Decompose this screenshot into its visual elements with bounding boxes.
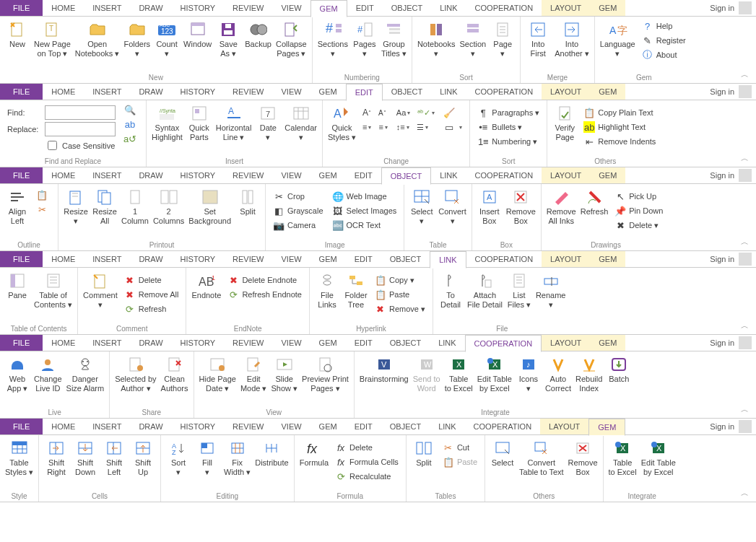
slide-show-button[interactable]: Slide Show ▾	[269, 354, 300, 394]
tab-draw[interactable]: DRAW	[130, 0, 171, 16]
fix-width-button[interactable]: Fix Width ▾	[222, 437, 253, 478]
tab-review[interactable]: REVIEW	[224, 0, 272, 16]
sort-bullets-button[interactable]: •≡Bullets ▾	[474, 120, 542, 134]
delete-endnote-button[interactable]: ✖Delete Endnote	[225, 273, 305, 287]
distribute-button[interactable]: Distribute	[253, 437, 290, 469]
delete-comment-button[interactable]: ✖Delete	[121, 273, 182, 287]
tab-object-sel[interactable]: OBJECT	[381, 167, 431, 185]
remove-all-comments-button[interactable]: ✖Remove All	[121, 287, 182, 302]
sign-in[interactable]: Sign in	[710, 4, 734, 12]
resize-button[interactable]: Resize ▾	[61, 186, 90, 227]
sort-paragraphs-button[interactable]: ¶Paragraphs ▾	[474, 105, 542, 120]
endnote-button[interactable]: AB1Endnote	[189, 270, 223, 302]
tab-view[interactable]: VIEW	[272, 0, 310, 16]
crop-button[interactable]: ✂Crop	[270, 189, 326, 204]
collapse-pages-button[interactable]: Collapse Pages ▾	[274, 19, 309, 59]
cut-table-button[interactable]: ✂Cut	[440, 440, 480, 455]
collapse-ribbon-icon[interactable]: ︿	[734, 66, 756, 83]
folder-tree-button[interactable]: Folder Tree	[342, 270, 370, 310]
tab-object[interactable]: OBJECT	[383, 0, 431, 16]
shift-left-button[interactable]: Shift Left	[100, 437, 129, 478]
tab-link[interactable]: LINK	[431, 0, 466, 16]
paste-table-button[interactable]: 📋Paste	[440, 455, 480, 469]
one-column-button[interactable]: 1 Column	[119, 186, 151, 227]
about-button[interactable]: ⓘAbout	[639, 48, 689, 62]
insert-box-button[interactable]: AInsert Box	[475, 186, 504, 227]
register-button[interactable]: ✎Register	[639, 33, 689, 48]
verify-page-button[interactable]: Verify Page	[550, 102, 579, 143]
tab-home[interactable]: HOME	[43, 0, 84, 16]
tab-cooperation[interactable]: COOPERATION	[466, 0, 542, 16]
sort-notebooks-button[interactable]: Notebooks ▾	[415, 19, 458, 59]
paste-link-button[interactable]: 📋Paste	[372, 287, 428, 302]
web-app-button[interactable]: Web App ▾	[3, 354, 32, 394]
case-dropdown[interactable]: Aa	[394, 105, 413, 120]
remove-indents-button[interactable]: ⇤Remove Indents	[581, 134, 659, 149]
resize-all-button[interactable]: Resize All	[90, 186, 119, 227]
table-styles-button[interactable]: Table Styles ▾	[3, 437, 35, 478]
remove-box-button[interactable]: Remove Box	[504, 186, 538, 227]
shift-down-button[interactable]: Shift Down	[71, 437, 100, 478]
replace-all-icon[interactable]: a↺	[121, 131, 142, 146]
copy-plain-text-button[interactable]: 📋Copy Plain Text	[581, 105, 659, 120]
table-convert-button[interactable]: Convert ▾	[436, 186, 469, 227]
help-button[interactable]: ?Help	[639, 19, 689, 33]
tab-edit[interactable]: EDIT	[347, 0, 383, 16]
tab-file[interactable]: FILE	[0, 0, 43, 16]
hide-page-date-button[interactable]: Hide Page Date ▾	[197, 354, 238, 394]
rebuild-index-button[interactable]: Rebuild Index	[573, 354, 604, 394]
edit-table-by-excel-button[interactable]: XEdit Table by Excel	[475, 354, 514, 394]
web-image-button[interactable]: 🌐Web Image	[329, 189, 400, 204]
tab-link-sel[interactable]: LINK	[430, 251, 466, 268]
tab-gem[interactable]: GEM	[310, 0, 347, 17]
table-select-button[interactable]: Select ▾	[407, 186, 436, 227]
remove-box-table-button[interactable]: Remove Box	[566, 437, 600, 478]
open-notebooks-button[interactable]: Open Notebooks ▾	[73, 19, 122, 59]
list-files-button[interactable]: List Files ▾	[505, 270, 534, 310]
grayscale-button[interactable]: ◧Grayscale	[270, 204, 326, 218]
pin-down-button[interactable]: 📌Pin Down	[612, 204, 666, 218]
tab-edit-sel[interactable]: EDIT	[346, 84, 383, 101]
pages-button[interactable]: #Pages ▾	[350, 19, 379, 59]
set-background-button[interactable]: Set Background	[186, 186, 233, 227]
tab-cooperation-sel[interactable]: COOPERATION	[465, 335, 542, 352]
selected-by-author-button[interactable]: Selected by Author ▾	[113, 354, 158, 394]
syntax-highlight-button[interactable]: //SyntaxSyntax Highlight	[149, 102, 185, 143]
sort-section-button[interactable]: Section ▾	[457, 19, 488, 59]
sections-button[interactable]: #Sections ▾	[316, 19, 350, 59]
window-button[interactable]: Window	[181, 19, 214, 51]
outdent-dropdown[interactable]: ≡	[375, 120, 390, 134]
find-icon[interactable]: 🔍	[121, 102, 142, 117]
sort-page-button[interactable]: Page ▾	[488, 19, 517, 59]
folders-button[interactable]: Folders ▾	[121, 19, 152, 59]
remove-all-inks-button[interactable]: Remove All Inks	[544, 186, 578, 227]
send-to-word-button[interactable]: WSend to Word	[411, 354, 443, 394]
spelling-icon[interactable]: ᵃᵇ✓	[414, 105, 438, 120]
clean-authors-button[interactable]: Clean Authors	[159, 354, 191, 394]
new-page-on-top-button[interactable]: TNew Page on Top ▾	[32, 19, 73, 59]
shift-up-button[interactable]: Shift Up	[129, 437, 157, 478]
grow-font-icon[interactable]: A˄	[360, 105, 374, 120]
shrink-font-icon[interactable]: A˅	[375, 105, 389, 120]
ocr-text-button[interactable]: 🔤OCR Text	[329, 218, 400, 232]
brainstorming-button[interactable]: VBrainstorming	[357, 354, 411, 385]
group-titles-button[interactable]: Group Titles ▾	[379, 19, 409, 59]
cut-icon[interactable]: ✂	[33, 202, 53, 217]
batch-button[interactable]: Batch	[604, 354, 633, 385]
attach-file-detail-button[interactable]: Attach File Detail	[465, 270, 505, 310]
delete-drawing-button[interactable]: ✖Delete ▾	[612, 218, 666, 232]
tab-history[interactable]: HISTORY	[172, 0, 225, 16]
table-to-excel-2-button[interactable]: XTable to Excel	[607, 437, 639, 478]
refresh-drawings-button[interactable]: Refresh	[578, 186, 611, 218]
replace-input[interactable]	[45, 122, 116, 136]
formula-cells-button[interactable]: fxFormula Cells	[332, 455, 401, 469]
edit-table-by-excel-2-button[interactable]: XEdit Table by Excel	[639, 437, 678, 478]
danger-size-alarm-button[interactable]: Danger Size Alarm	[64, 354, 107, 394]
copy-link-button[interactable]: 📋Copy ▾	[372, 273, 428, 287]
find-input[interactable]	[45, 105, 116, 120]
recalculate-button[interactable]: ⟳Recalculate	[332, 469, 401, 484]
indent-dropdown[interactable]: ≡	[360, 120, 374, 134]
two-columns-button[interactable]: 2 Columns	[151, 186, 186, 227]
to-detail-button[interactable]: To Detail	[436, 270, 465, 310]
toc-button[interactable]: Table of Contents ▾	[32, 270, 74, 310]
